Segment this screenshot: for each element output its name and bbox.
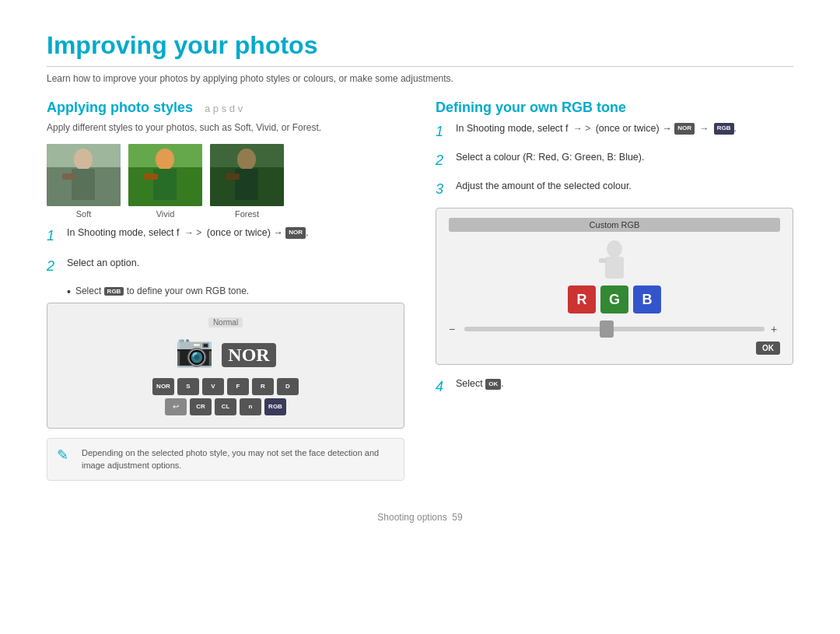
photo-soft: Soft [47,144,121,219]
photo-soft-label: Soft [47,209,121,219]
svg-rect-0 [47,144,121,206]
right-step3: 3 Adjust the amount of the selected colo… [436,178,793,201]
icon-d: D [277,378,299,395]
rgb-icon-bullet: RGB [104,287,124,296]
rgb-buttons: R G B [449,285,780,313]
footer: Shooting options 59 [47,504,793,523]
icon-rgb: RGB [264,398,286,415]
icon-s: S [177,378,199,395]
svg-point-15 [607,240,622,257]
page-title: Improving your photos [47,31,793,67]
svg-rect-10 [210,144,284,206]
svg-rect-14 [226,173,240,180]
left-section-desc: Apply different styles to your photos, s… [47,121,404,135]
svg-rect-6 [128,167,202,206]
photo-forest: Forest [210,144,284,219]
svg-rect-17 [599,258,607,263]
camera-nor-icon: 📷 NOR [60,332,391,370]
slider-plus: + [771,323,780,335]
svg-rect-16 [605,257,624,278]
svg-rect-8 [153,169,177,200]
note-icon: ✎ [57,447,74,464]
svg-point-2 [74,149,93,170]
camera-normal-label: Normal [208,317,243,328]
icon-cr: CR [190,398,212,415]
note-box: ✎ Depending on the selected photo style,… [47,438,404,481]
rgb-slider-row: − + [449,323,780,335]
icon-f: F [227,378,249,395]
nor-icon-right: NOR [674,123,695,135]
rgb-g-button[interactable]: G [600,285,628,313]
right-section-title: Defining your own RGB tone [436,100,793,116]
right-step2: 2 Select a colour (R: Red, G: Green, B: … [436,149,793,172]
left-column: Applying photo styles a p s d v Apply di… [47,100,404,481]
bullet-rgb: • Select RGB to define your own RGB tone… [67,285,404,298]
slider-minus: − [449,323,458,335]
note-text: Depending on the selected photo style, y… [82,447,394,472]
icon-cl: CL [215,398,236,415]
right-step4: 4 Select OK. [436,376,793,398]
icon-nor: NOR [152,378,174,395]
svg-point-12 [237,149,256,170]
page-subtitle: Learn how to improve your photos by appl… [47,73,793,84]
icon-row-1: NOR S V F R D [152,378,299,395]
ok-icon-step4: OK [485,379,501,391]
svg-rect-13 [235,169,258,200]
photo-vivid: Vivid [128,144,202,219]
rgb-r-button[interactable]: R [568,285,596,313]
svg-rect-4 [62,173,76,180]
rgb-b-button[interactable]: B [633,285,661,313]
photo-forest-label: Forest [210,209,284,219]
photo-samples-row: Soft Vivid [47,144,404,219]
rgb-ok-button[interactable]: OK [756,342,780,355]
svg-rect-11 [210,167,284,206]
photo-vivid-label: Vivid [128,209,202,219]
rgb-slider-track[interactable] [464,327,765,331]
svg-point-7 [156,149,174,170]
right-step1: 1 In Shooting mode, select f → > (once o… [436,121,793,143]
svg-rect-3 [72,169,95,200]
svg-rect-1 [47,167,121,206]
left-section-title: Applying photo styles a p s d v [47,100,404,116]
icon-n: n [240,398,261,415]
nor-icon-step1: NOR [285,227,306,239]
rgb-header: Custom RGB [449,218,780,232]
svg-rect-5 [128,144,202,206]
camera-ui-box: Normal 📷 NOR NOR S V F R D ↩ CR CL [47,303,404,429]
rgb-slider-thumb[interactable] [600,321,614,338]
left-step1: 1 In Shooting mode, select f → > (once o… [47,225,404,247]
nor-big-btn: NOR [222,343,275,367]
svg-rect-9 [144,173,158,180]
left-step2: 2 Select an option. [47,255,404,278]
icon-grid: NOR S V F R D ↩ CR CL n RGB [60,378,391,415]
rgb-icon-right: RGB [714,123,734,135]
rgb-ui-box: Custom RGB R G B − + [436,208,793,365]
icon-r: R [252,378,274,395]
icon-back: ↩ [165,398,187,415]
icon-row-2: ↩ CR CL n RGB [165,398,286,415]
icon-v: V [202,378,224,395]
rgb-person-area [449,240,780,281]
rgb-ok-row: OK [449,342,780,355]
right-column: Defining your own RGB tone 1 In Shooting… [436,100,793,481]
